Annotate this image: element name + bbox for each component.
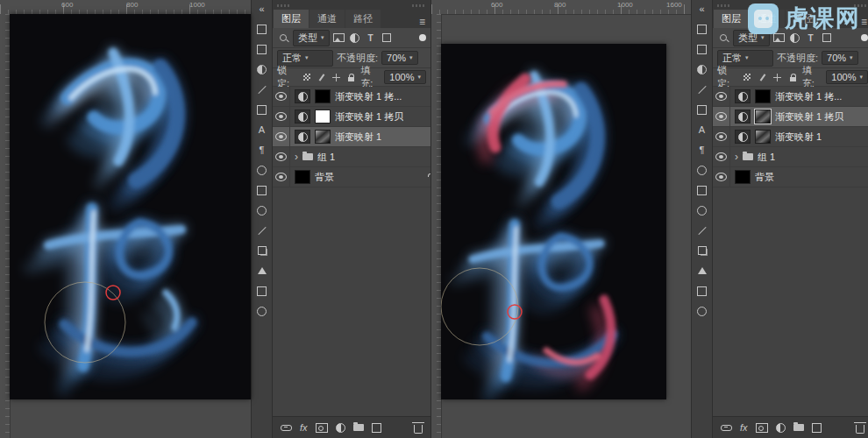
tab-layers[interactable]: 图层 — [274, 10, 309, 28]
glyphs-icon[interactable] — [695, 164, 708, 176]
fill-dropdown[interactable]: 100% ▾ — [826, 70, 868, 84]
layer-row[interactable]: 渐变映射 1 拷... — [713, 87, 868, 107]
new-layer-icon[interactable] — [372, 423, 381, 433]
filter-pixel-layers-icon[interactable] — [333, 32, 345, 44]
visibility-toggle[interactable] — [273, 107, 290, 126]
info-icon[interactable] — [255, 204, 268, 216]
group-expand-chevron-icon[interactable]: › — [735, 152, 738, 162]
layer-row[interactable]: 渐变映射 1 拷贝 — [273, 107, 430, 127]
paragraph-panel-icon[interactable]: ¶ — [255, 144, 268, 156]
tab-layers[interactable]: 图层 — [714, 10, 749, 28]
lock-pixels-icon[interactable] — [757, 71, 768, 83]
info-icon[interactable] — [695, 204, 708, 216]
layer-mask-thumb[interactable] — [315, 110, 331, 124]
adjustment-layer-thumb[interactable] — [735, 130, 751, 144]
adjustment-layer-thumb[interactable] — [295, 110, 310, 124]
filter-toggle[interactable] — [419, 34, 426, 41]
swatches-icon[interactable] — [255, 43, 268, 55]
group-name[interactable]: 组 1 — [317, 151, 335, 164]
opacity-dropdown[interactable]: 70% ▾ — [381, 51, 418, 65]
glyphs-icon[interactable] — [255, 164, 268, 176]
filter-type-dropdown[interactable]: 类型 ▾ — [293, 30, 330, 46]
tab-channels[interactable]: 通道 — [309, 10, 345, 28]
lock-pixels-icon[interactable] — [316, 71, 327, 83]
lock-transparency-icon[interactable] — [301, 71, 312, 83]
layer-name[interactable]: 背景 — [315, 171, 334, 184]
visibility-toggle[interactable] — [713, 127, 730, 146]
curves-icon[interactable] — [255, 224, 268, 237]
document-canvas-left[interactable] — [10, 14, 251, 399]
adjustment-layer-thumb[interactable] — [295, 130, 310, 144]
group-row[interactable]: › 组 1 — [273, 147, 430, 167]
navigator-icon[interactable] — [255, 265, 268, 277]
lock-all-icon[interactable] — [786, 71, 798, 83]
visibility-toggle[interactable] — [273, 87, 290, 106]
lock-transparency-icon[interactable] — [742, 71, 753, 83]
visibility-toggle[interactable] — [713, 167, 730, 187]
filter-shape-layers-icon[interactable] — [381, 32, 393, 44]
adjustment-layer-thumb[interactable] — [295, 89, 310, 103]
layer-name[interactable]: 渐变映射 1 — [335, 131, 381, 144]
adjustment-layer-thumb[interactable] — [735, 110, 751, 124]
adjustments-icon[interactable] — [255, 63, 268, 75]
paragraph-panel-icon[interactable]: ¶ — [695, 144, 708, 156]
layer-mask-thumb[interactable] — [755, 89, 771, 103]
shapes-icon[interactable] — [255, 285, 268, 297]
layer-mask-icon[interactable] — [316, 423, 328, 433]
layer-row[interactable]: 渐变映射 1 拷... — [273, 87, 430, 107]
crop-icon[interactable] — [255, 244, 268, 257]
brush-settings-icon[interactable] — [255, 23, 268, 35]
filter-adjustment-layers-icon[interactable] — [349, 32, 361, 44]
layer-mask-thumb[interactable] — [315, 130, 331, 144]
adjustment-layer-icon[interactable] — [336, 423, 345, 433]
layer-mask-thumb[interactable] — [755, 110, 771, 124]
layer-thumb[interactable] — [295, 170, 310, 184]
gradient-icon[interactable] — [695, 83, 708, 95]
new-layer-icon[interactable] — [812, 423, 822, 433]
layer-mask-thumb[interactable] — [315, 89, 331, 103]
group-expand-chevron-icon[interactable]: › — [295, 152, 298, 162]
layer-mask-icon[interactable] — [756, 423, 768, 433]
background-layer-row[interactable]: 背景 — [713, 167, 868, 187]
properties-icon[interactable] — [695, 184, 708, 196]
visibility-toggle[interactable] — [273, 127, 290, 146]
background-layer-row[interactable]: 背景 — [273, 167, 430, 187]
layer-name[interactable]: 渐变映射 1 拷... — [775, 90, 842, 103]
delete-layer-icon[interactable] — [856, 422, 864, 434]
crop-icon[interactable] — [695, 244, 708, 257]
filter-toggle[interactable] — [861, 34, 868, 41]
character-panel-icon[interactable]: A — [695, 124, 708, 136]
libraries-icon[interactable] — [695, 305, 708, 317]
collapse-panels-icon[interactable]: « — [695, 3, 708, 15]
layer-name[interactable]: 渐变映射 1 拷贝 — [775, 110, 843, 124]
visibility-toggle[interactable] — [273, 167, 290, 187]
navigator-icon[interactable] — [695, 265, 708, 277]
layer-name[interactable]: 渐变映射 1 拷贝 — [335, 110, 403, 124]
visibility-toggle[interactable] — [713, 147, 730, 166]
visibility-toggle[interactable] — [713, 107, 730, 126]
brush-settings-icon[interactable] — [695, 23, 708, 35]
lock-position-icon[interactable] — [772, 71, 783, 83]
lock-position-icon[interactable] — [331, 71, 342, 83]
layer-style-fx-icon[interactable]: fx — [740, 422, 748, 433]
opacity-dropdown[interactable]: 70% ▾ — [822, 51, 858, 65]
new-group-icon[interactable] — [793, 424, 804, 431]
link-layers-icon[interactable] — [281, 425, 292, 431]
adjustment-layer-thumb[interactable] — [735, 89, 751, 103]
libraries-icon[interactable] — [255, 305, 268, 317]
shapes-icon[interactable] — [695, 285, 708, 297]
group-row[interactable]: › 组 1 — [713, 147, 868, 167]
styles-icon[interactable] — [255, 103, 268, 116]
curves-icon[interactable] — [695, 224, 708, 237]
delete-layer-icon[interactable] — [414, 422, 423, 434]
layer-style-fx-icon[interactable]: fx — [300, 422, 308, 433]
link-layers-icon[interactable] — [721, 425, 732, 431]
canvas-area-left[interactable]: 600 800 1000 — [0, 0, 251, 438]
layer-name[interactable]: 渐变映射 1 拷... — [335, 90, 402, 103]
adjustments-icon[interactable] — [695, 63, 708, 75]
layer-thumb[interactable] — [735, 170, 751, 184]
panel-menu-icon[interactable]: ≡ — [414, 16, 430, 28]
character-panel-icon[interactable]: A — [255, 124, 268, 136]
layer-row[interactable]: 渐变映射 1 — [713, 127, 868, 147]
styles-icon[interactable] — [695, 103, 708, 116]
